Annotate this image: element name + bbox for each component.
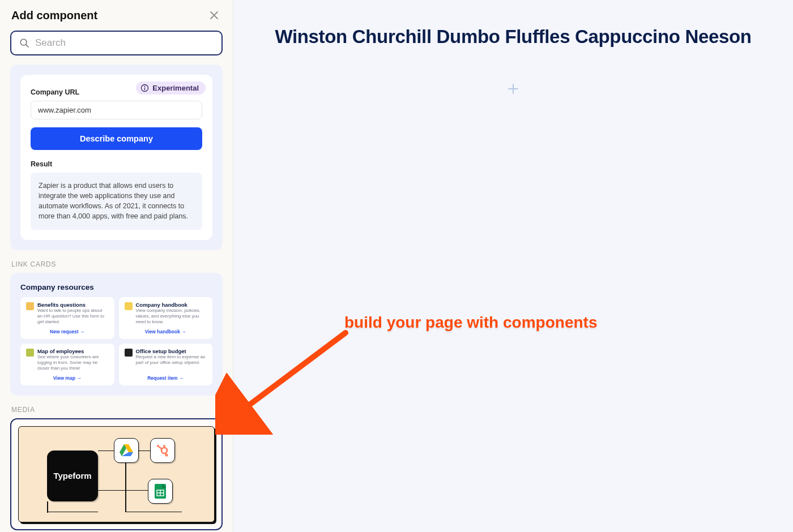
connector-line (125, 512, 182, 513)
ai-preview-inner: Experimental Company URL Describe compan… (20, 75, 212, 240)
typeform-label: Typeform (53, 471, 91, 480)
info-icon (140, 84, 149, 92)
search-box[interactable] (10, 31, 223, 55)
card-icon (26, 302, 34, 310)
typeform-node: Typeform (47, 451, 98, 501)
svg-line-12 (159, 447, 163, 449)
connector-line (138, 451, 151, 452)
card-title: Benefits questions (37, 302, 109, 308)
card-desc: See where your coworkers are logging in … (37, 354, 109, 372)
card-desc: Request a new item to expense as part of… (136, 354, 207, 366)
google-drive-icon (114, 438, 139, 463)
svg-point-3 (144, 86, 146, 87)
link-card: Office setup budget Request a new item t… (119, 344, 213, 385)
component-option-ai[interactable]: Experimental Company URL Describe compan… (10, 65, 223, 250)
link-cards-grid: Benefits questions Want to talk to peopl… (20, 297, 212, 385)
card-cta: New request → (26, 329, 109, 334)
close-icon (210, 11, 218, 19)
card-icon (125, 349, 133, 357)
card-title: Map of employees (37, 348, 109, 354)
component-option-link-cards[interactable]: Company resources Benefits questions Wan… (10, 273, 223, 396)
link-card: Company handbook View company mission, p… (119, 297, 213, 339)
component-option-media[interactable]: Typeform (10, 418, 223, 530)
link-cards-heading: Company resources (20, 283, 212, 291)
section-label-media: MEDIA (11, 406, 223, 414)
card-desc: Want to talk to people ops about an HR q… (37, 308, 109, 325)
describe-company-button[interactable]: Describe company (31, 127, 202, 150)
connector-line (47, 512, 98, 513)
card-cta: View map → (26, 375, 109, 381)
card-title: Company handbook (136, 302, 207, 308)
search-wrap (0, 25, 233, 62)
card-desc: View company mission, policies, values, … (136, 308, 207, 325)
card-cta: View handbook → (125, 329, 207, 334)
badge-text: Experimental (152, 84, 199, 92)
connector-line (98, 490, 149, 491)
media-scene: Typeform (18, 426, 215, 522)
plus-icon (508, 83, 519, 95)
add-component-panel: Add component Experimental Company URL D… (0, 0, 233, 532)
result-label: Result (31, 160, 202, 168)
panel-header: Add component (0, 0, 233, 25)
svg-point-9 (163, 445, 165, 447)
page-title[interactable]: Winston Churchill Dumbo Fluffles Cappucc… (233, 26, 793, 48)
experimental-badge: Experimental (136, 81, 206, 95)
svg-point-8 (161, 448, 167, 453)
card-title: Office setup budget (136, 348, 207, 354)
section-label-link-cards: LINK CARDS (11, 260, 223, 268)
page-canvas[interactable]: Winston Churchill Dumbo Fluffles Cappucc… (233, 0, 793, 532)
close-button[interactable] (207, 8, 221, 23)
hubspot-icon (150, 438, 175, 463)
svg-line-14 (165, 453, 166, 454)
card-icon (26, 349, 34, 357)
svg-point-11 (157, 445, 159, 447)
search-icon (19, 38, 29, 48)
connector-line (47, 501, 48, 513)
component-list[interactable]: Experimental Company URL Describe compan… (0, 62, 233, 532)
connector-line (98, 451, 115, 452)
svg-line-1 (26, 45, 28, 47)
card-cta: Request item → (125, 375, 207, 381)
svg-point-13 (165, 454, 167, 456)
result-text: Zapier is a product that allows end user… (31, 173, 202, 230)
add-component-slot[interactable] (505, 80, 522, 97)
search-input[interactable] (35, 37, 214, 49)
link-card: Benefits questions Want to talk to peopl… (20, 297, 114, 339)
link-card: Map of employees See where your coworker… (20, 344, 114, 385)
company-url-input[interactable] (31, 101, 202, 119)
google-sheets-icon (148, 479, 173, 504)
panel-title: Add component (11, 9, 97, 22)
card-icon (125, 302, 133, 310)
svg-rect-4 (144, 88, 145, 91)
connector-line (125, 462, 126, 512)
